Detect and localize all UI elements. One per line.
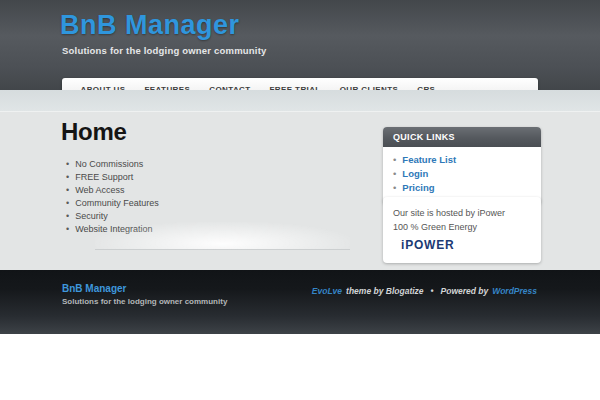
- footer-tagline: Solutions for the lodging owner communit…: [62, 297, 227, 306]
- link-feature-list[interactable]: Feature List: [402, 154, 456, 165]
- list-item: Web Access: [66, 184, 159, 197]
- hosting-line-1: Our site is hosted by iPower: [393, 206, 531, 220]
- ipower-logo[interactable]: iPOWER: [401, 238, 454, 252]
- list-item: Pricing: [393, 181, 531, 195]
- link-pricing[interactable]: Pricing: [402, 182, 434, 193]
- list-item: FREE Support: [66, 171, 159, 184]
- content-top-band: [0, 90, 600, 112]
- site-title[interactable]: BnB Manager: [60, 10, 240, 41]
- powered-by-text: Powered by: [441, 286, 489, 296]
- theme-credit-text: theme by Blogatize: [346, 286, 423, 296]
- hosting-box: Our site is hosted by iPower 100 % Green…: [383, 197, 541, 263]
- page: BnB Manager Solutions for the lodging ow…: [0, 0, 600, 400]
- theme-name-link[interactable]: EvoLve: [312, 286, 342, 296]
- content-area: Home No Commissions FREE Support Web Acc…: [0, 90, 600, 270]
- site-header: BnB Manager Solutions for the lodging ow…: [0, 0, 600, 90]
- quick-links-box: QUICK LINKS Feature List Login Pricing: [383, 127, 541, 204]
- list-item: Feature List: [393, 153, 531, 167]
- credit-separator: •: [431, 286, 434, 296]
- link-login[interactable]: Login: [402, 168, 428, 179]
- list-item: Community Features: [66, 197, 159, 210]
- list-item: No Commissions: [66, 158, 159, 171]
- quick-links-title: QUICK LINKS: [383, 127, 541, 147]
- page-title: Home: [61, 118, 126, 146]
- footer-site-title[interactable]: BnB Manager: [62, 283, 126, 294]
- quick-links-body: Feature List Login Pricing: [383, 147, 541, 204]
- wordpress-link[interactable]: WordPress: [492, 286, 537, 296]
- site-footer: BnB Manager Solutions for the lodging ow…: [0, 270, 600, 334]
- footer-credits: EvoLve theme by Blogatize • Powered by W…: [312, 286, 537, 296]
- hosting-line-2: 100 % Green Energy: [393, 220, 531, 234]
- list-item: Login: [393, 167, 531, 181]
- content-divider-glow: [95, 222, 350, 250]
- site-tagline: Solutions for the lodging owner communit…: [62, 45, 267, 56]
